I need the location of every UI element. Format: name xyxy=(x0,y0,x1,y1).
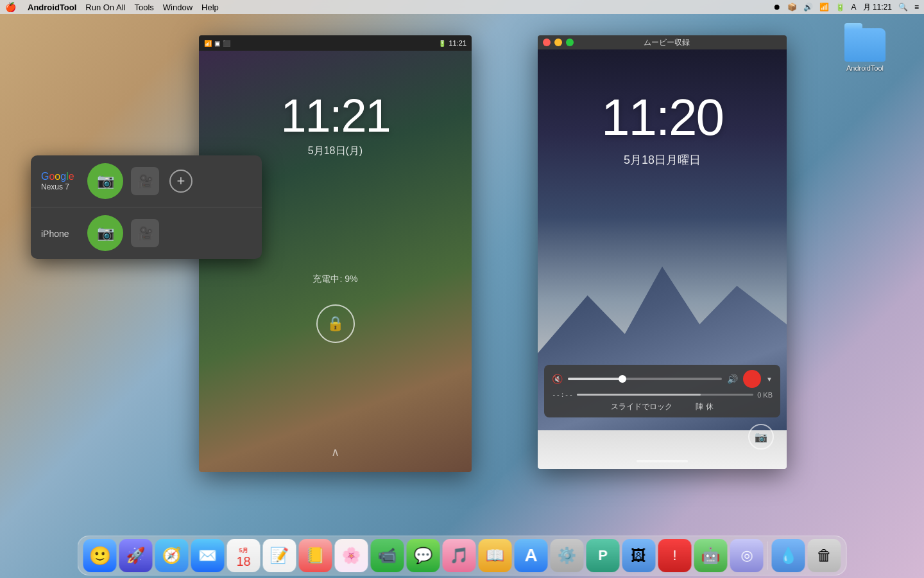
volume-icon[interactable]: 🔊 xyxy=(803,3,813,12)
notification-icon[interactable]: ≡ xyxy=(914,3,919,12)
iphone-screenshot-button[interactable]: 📷 xyxy=(87,215,123,251)
ibooks-icon: 📖 xyxy=(486,547,505,565)
wifi-icon: 📶 xyxy=(819,3,829,12)
folder-label: AndroidTool xyxy=(846,64,884,72)
menu-item-tools[interactable]: Tools xyxy=(134,3,153,12)
statusbar-right-icons: 🔋 11:21 xyxy=(438,39,466,47)
menu-item-runonall[interactable]: Run On All xyxy=(85,3,125,12)
dock-separator xyxy=(767,541,768,570)
iphone-video-button[interactable]: 🎥 xyxy=(131,219,159,247)
nexus7-logo: Google Nexus 7 xyxy=(41,171,80,191)
iphone-video-icon: 🎥 xyxy=(137,225,153,241)
android-swipe-indicator: ∧ xyxy=(331,445,339,459)
record-dot xyxy=(748,375,756,383)
apple-menu[interactable]: 🍎 xyxy=(5,2,16,12)
safari-icon: 🧭 xyxy=(162,547,182,565)
file-size: 0 KB xyxy=(757,391,773,399)
iphone-camera-icon: 📷 xyxy=(97,225,114,241)
iphone-camera-button[interactable]: 📷 xyxy=(748,424,774,450)
dock-item-mail[interactable]: ✉️ xyxy=(191,539,225,572)
dock-item-reminders[interactable]: 📝 xyxy=(263,539,296,572)
volume-fill xyxy=(568,378,622,380)
nexus7-video-button[interactable]: 🎥 xyxy=(131,167,159,195)
nfc-icon: ⬛ xyxy=(223,40,230,47)
menu-item-androidtool[interactable]: AndroidTool xyxy=(28,3,76,12)
iphone-device-logo: iPhone xyxy=(41,227,80,239)
dock-item-syspreferences[interactable]: ⚙️ xyxy=(551,539,584,572)
dock-item-pushbullet[interactable]: P xyxy=(586,539,620,572)
nexus7-add-button[interactable]: + xyxy=(169,170,193,193)
dock-item-contacts[interactable]: 📒 xyxy=(299,539,332,572)
iphone-titlebar: ムービー収録 xyxy=(538,35,787,49)
dock-item-androidtool[interactable]: 🤖 xyxy=(694,539,728,572)
calendar-date: 18 xyxy=(236,555,250,568)
pushbullet-icon: P xyxy=(598,547,608,564)
dock: 🙂 🚀 🧭 ✉️ 5月 18 📝 📒 🌸 📹 💬 🎵 📖 A ⚙️ P xyxy=(78,536,847,575)
search-icon[interactable]: 🔍 xyxy=(898,3,908,12)
android-lock-button[interactable]: 🔒 xyxy=(316,304,355,343)
recording-controls-row: 🔇 🔊 ▼ xyxy=(552,370,773,388)
iphone-device-label: iPhone xyxy=(41,229,69,239)
volume-slider[interactable] xyxy=(568,378,722,380)
record-button[interactable] xyxy=(743,370,761,388)
dock-item-iphoto[interactable]: 🖼 xyxy=(622,539,656,572)
androidtool-icon: 🤖 xyxy=(701,547,721,565)
device-row-iphone: iPhone 📷 🎥 xyxy=(31,207,262,259)
clock: 月 11:21 xyxy=(863,2,892,13)
lock-icon: 🔒 xyxy=(327,315,344,332)
finder-icon: 🙂 xyxy=(89,545,111,566)
iphoto-icon: 🖼 xyxy=(631,547,647,565)
minimize-button[interactable] xyxy=(554,39,562,46)
recording-icon: ⏺ xyxy=(773,3,781,12)
dock-item-trash[interactable]: 🗑 xyxy=(808,539,841,572)
dock-item-quicksilver[interactable]: ◎ xyxy=(730,539,764,572)
battery-status-icon: 🔋 xyxy=(438,40,446,47)
recording-time: --:-- xyxy=(552,390,573,399)
device-picker-panel: Google Nexus 7 📷 🎥 + iPhone 📷 🎥 xyxy=(31,155,262,259)
dock-item-alarms[interactable]: ! xyxy=(658,539,692,572)
dock-item-safari[interactable]: 🧭 xyxy=(155,539,189,572)
desktop-folder-androidtool[interactable]: AndroidTool xyxy=(844,28,886,72)
google-text: Google xyxy=(41,171,74,182)
battery-icon: 🔋 xyxy=(835,3,845,12)
android-date: 5月18日(月) xyxy=(308,144,363,158)
nexus7-screenshot-button[interactable]: 📷 xyxy=(87,163,123,199)
progress-bar xyxy=(577,394,753,396)
dock-item-appstore[interactable]: A xyxy=(515,539,548,572)
menu-bar-right: ⏺ 📦 🔊 📶 🔋 A 月 11:21 🔍 ≡ xyxy=(773,2,919,13)
contacts-icon: 📒 xyxy=(306,547,325,565)
iphone-date: 5月18日月曜日 xyxy=(538,152,787,168)
menu-item-help[interactable]: Help xyxy=(201,3,219,12)
iphone-screen: 11:20 5月18日月曜日 🔇 🔊 ▼ --:-- xyxy=(538,49,787,469)
nexus7-model-label: Nexus 7 xyxy=(41,182,69,191)
dropbox-icon: 📦 xyxy=(787,3,797,12)
fullscreen-button[interactable] xyxy=(566,39,574,46)
dock-item-launchpad[interactable]: 🚀 xyxy=(119,539,153,572)
dock-item-itunes[interactable]: 🎵 xyxy=(443,539,476,572)
iphone-home-indicator xyxy=(637,460,688,462)
dock-item-ibooks[interactable]: 📖 xyxy=(479,539,512,572)
dock-item-messages[interactable]: 💬 xyxy=(407,539,440,572)
alarms-icon: ! xyxy=(672,547,676,564)
dock-item-photos[interactable]: 🌸 xyxy=(335,539,368,572)
dock-item-calendar[interactable]: 5月 18 xyxy=(227,539,261,572)
add-icon: + xyxy=(177,173,185,189)
wifi-status-icon: ▣ xyxy=(214,40,220,47)
record-dropdown[interactable]: ▼ xyxy=(766,376,773,383)
volume-high-icon: 🔊 xyxy=(727,374,738,384)
appstore-icon: A xyxy=(524,545,537,566)
android-clock: 11:21 xyxy=(280,89,389,142)
photos-icon: 🌸 xyxy=(342,547,361,565)
android-statusbar: 📶 ▣ ⬛ 🔋 11:21 xyxy=(199,35,472,51)
recording-status-text: スライドでロック 陣 休 xyxy=(552,401,773,412)
volume-low-icon: 🔇 xyxy=(552,374,563,384)
iphone-clock: 11:20 xyxy=(538,88,787,147)
menu-item-window[interactable]: Window xyxy=(163,3,193,12)
syspreferences-icon: ⚙️ xyxy=(558,547,577,565)
statusbar-left-icons: 📶 ▣ ⬛ xyxy=(204,40,230,47)
dock-item-finder[interactable]: 🙂 xyxy=(83,539,117,572)
dock-item-facetime[interactable]: 📹 xyxy=(371,539,404,572)
nexus7-camera-icon: 📷 xyxy=(97,173,114,189)
dock-item-finder2[interactable]: 💧 xyxy=(772,539,805,572)
close-button[interactable] xyxy=(543,39,551,46)
